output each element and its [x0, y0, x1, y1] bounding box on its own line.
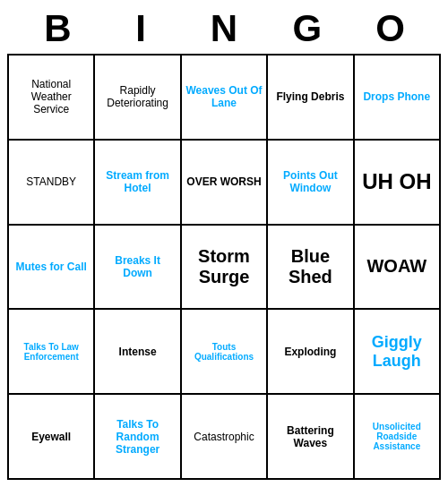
cell-12: Storm Surge	[181, 225, 267, 310]
cell-16: Intense	[94, 309, 180, 394]
cell-10: Mutes for Call	[8, 225, 94, 310]
cell-1: Rapidly Deteriorating	[94, 55, 180, 140]
letter-b: B	[16, 7, 99, 50]
cell-17: Touts Qualifications	[181, 309, 267, 394]
cell-4: Drops Phone	[354, 55, 440, 140]
cell-24: Unsolicited Roadside Assistance	[354, 394, 440, 479]
cell-19: Giggly Laugh	[354, 309, 440, 394]
cell-11: Breaks It Down	[94, 225, 180, 310]
cell-0: National Weather Service	[8, 55, 94, 140]
letter-n: N	[183, 7, 266, 50]
cell-20: Eyewall	[8, 394, 94, 479]
cell-18: Exploding	[267, 309, 353, 394]
cell-14: WOAW	[354, 225, 440, 310]
cell-8: Points Out Window	[267, 140, 353, 225]
cell-6: Stream from Hotel	[94, 140, 180, 225]
letter-g: G	[265, 7, 349, 50]
cell-15: Talks To Law Enforcement	[8, 309, 94, 394]
letter-i: I	[99, 7, 183, 50]
cell-22: Catastrophic	[181, 394, 267, 479]
cell-5: STANDBY	[8, 140, 94, 225]
letter-o: O	[349, 7, 432, 50]
bingo-grid: National Weather ServiceRapidly Deterior…	[7, 54, 441, 480]
cell-13: Blue Shed	[267, 225, 353, 310]
bingo-title: B I N G O	[7, 7, 441, 50]
cell-7: OVER WORSH	[181, 140, 267, 225]
cell-21: Talks To Random Stranger	[94, 394, 180, 479]
cell-9: UH OH	[354, 140, 440, 225]
cell-3: Flying Debris	[267, 55, 353, 140]
cell-2: Weaves Out Of Lane	[181, 55, 267, 140]
cell-23: Battering Waves	[267, 394, 353, 479]
